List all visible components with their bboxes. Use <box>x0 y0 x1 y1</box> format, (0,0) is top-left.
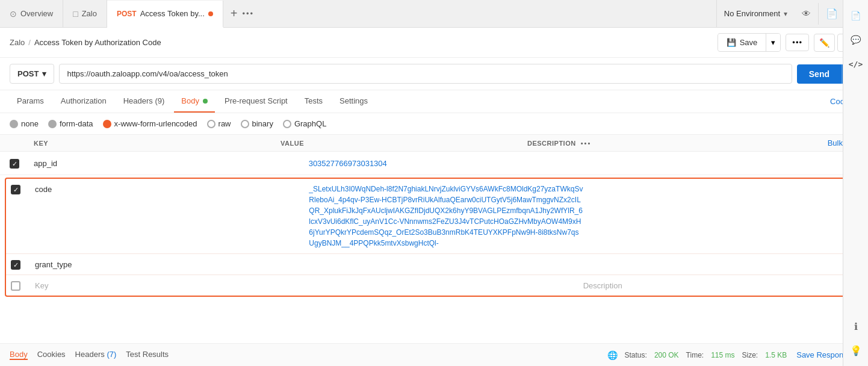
body-type-bar: none form-data x-www-form-urlencoded raw… <box>0 113 868 135</box>
tab-pre-request[interactable]: Pre-request Script <box>217 90 295 113</box>
response-tab-test-results[interactable]: Test Results <box>126 350 169 360</box>
highlighted-rows: ✓ code _SLetxULh3I0WqNDeh-l8f2N7ghiakLNr… <box>5 178 863 297</box>
right-sidebar: 📄 💬 </> ℹ 💡 <box>843 0 868 366</box>
right-sidebar-bulb-icon[interactable]: 💡 <box>845 340 867 361</box>
tab-tests[interactable]: Tests <box>297 90 330 113</box>
radio-urlencoded[interactable]: x-www-form-urlencoded <box>103 119 197 128</box>
radio-none-label: none <box>21 119 39 128</box>
body-dot <box>203 99 208 104</box>
tab-authorization[interactable]: Authorization <box>54 90 114 113</box>
params-table: KEY VALUE DESCRIPTION ••• Bulk Edit ✓ ap… <box>0 135 868 343</box>
radio-graphql-label: GraphQL <box>294 119 326 128</box>
right-sidebar-comment-icon[interactable]: 💬 <box>845 29 867 51</box>
status-info: 🌐 Status: 200 OK Time: 115 ms Size: 1.5 … <box>607 350 787 360</box>
breadcrumb-parent[interactable]: Zalo <box>10 38 25 47</box>
right-sidebar-info-icon[interactable]: ℹ <box>845 315 867 337</box>
row-checkbox-1[interactable]: ✓ <box>10 159 19 169</box>
file-panel-icon[interactable]: 📄 <box>821 3 843 25</box>
tab-post[interactable]: POST Access Token by... <box>107 1 223 28</box>
overview-icon: ⊙ <box>10 9 17 19</box>
table-row: ✓ code _SLetxULh3I0WqNDeh-l8f2N7ghiakLNr… <box>6 179 862 254</box>
cell-desc-2[interactable] <box>583 184 857 185</box>
env-eye-button[interactable]: 👁 <box>795 8 818 19</box>
radio-form-data[interactable]: form-data <box>48 119 93 128</box>
sub-tab-bar: Params Authorization Headers (9) Body Pr… <box>0 90 868 113</box>
table-row-new: Key Description <box>6 275 862 296</box>
breadcrumb: Zalo / Access Token by Authorization Cod… <box>10 38 161 47</box>
env-name-label: No Environment <box>724 9 780 18</box>
radio-binary[interactable]: binary <box>241 119 273 128</box>
radio-none[interactable]: none <box>10 119 39 128</box>
tab-method-label: POST <box>117 10 137 18</box>
toolbar-more-button[interactable]: ••• <box>786 34 809 51</box>
cell-value-1[interactable]: 303527766973031304 <box>309 158 584 168</box>
radio-raw-circle <box>207 120 215 128</box>
col-value-header: VALUE <box>281 140 527 147</box>
radio-form-data-circle <box>48 120 57 128</box>
environment-selector[interactable]: No Environment ▾ <box>716 0 795 27</box>
tab-zalo[interactable]: □ Zalo <box>63 0 107 27</box>
tab-body[interactable]: Body <box>174 90 215 113</box>
breadcrumb-bar: Zalo / Access Token by Authorization Cod… <box>0 28 868 58</box>
row-checkbox-2[interactable]: ✓ <box>11 185 20 194</box>
tab-settings[interactable]: Settings <box>332 90 375 113</box>
response-tabs: Body Cookies Headers (7) Test Results <box>10 350 169 360</box>
radio-urlencoded-label: x-www-form-urlencoded <box>114 119 197 128</box>
save-chevron-button[interactable]: ▾ <box>766 34 780 51</box>
cell-key-3[interactable]: grant_type <box>35 259 309 269</box>
status-value: 200 OK <box>654 351 679 359</box>
radio-raw-label: raw <box>219 119 231 128</box>
radio-raw[interactable]: raw <box>207 119 231 128</box>
breadcrumb-current: Access Token by Authorization Code <box>34 38 161 47</box>
time-label: Time: <box>686 351 704 359</box>
cell-key-1[interactable]: app_id <box>34 158 309 168</box>
save-icon: 💾 <box>727 38 736 47</box>
cell-key-4[interactable]: Key <box>35 280 309 290</box>
right-sidebar-code-icon[interactable]: </> <box>845 53 867 75</box>
edit-icon-button[interactable]: ✏️ <box>814 34 835 52</box>
unsaved-indicator <box>208 11 213 16</box>
radio-binary-label: binary <box>252 119 273 128</box>
tab-overview[interactable]: ⊙ Overview <box>0 0 63 27</box>
save-button-group: 💾 Save ▾ <box>718 33 781 52</box>
send-button[interactable]: Send <box>797 64 842 84</box>
size-value: 1.5 KB <box>765 351 787 359</box>
table-row: ✓ app_id 303527766973031304 <box>0 152 868 175</box>
globe-icon: 🌐 <box>607 350 618 360</box>
status-label: Status: <box>625 351 647 359</box>
collection-icon: □ <box>73 9 78 19</box>
cell-desc-4[interactable]: Description <box>583 280 857 290</box>
response-tab-cookies[interactable]: Cookies <box>37 350 66 360</box>
right-sidebar-file-icon[interactable]: 📄 <box>845 5 867 26</box>
save-label: Save <box>740 38 758 47</box>
breadcrumb-separator: / <box>28 38 31 47</box>
url-input[interactable] <box>59 64 792 84</box>
method-select[interactable]: POST ▾ <box>10 64 54 84</box>
method-chevron-icon: ▾ <box>42 69 46 78</box>
headers-count: (7) <box>107 350 116 359</box>
row-checkbox-4[interactable] <box>11 281 20 291</box>
cell-value-4[interactable] <box>309 280 583 281</box>
tab-params[interactable]: Params <box>10 90 51 113</box>
col-desc-header: DESCRIPTION ••• <box>527 140 774 147</box>
new-tab-button[interactable]: + <box>231 7 238 20</box>
radio-graphql[interactable]: GraphQL <box>283 119 326 128</box>
tab-headers[interactable]: Headers (9) <box>116 90 172 113</box>
cell-value-3[interactable] <box>309 259 583 260</box>
tab-overview-label: Overview <box>20 9 53 18</box>
column-more-icon[interactable]: ••• <box>581 140 592 147</box>
time-value: 115 ms <box>711 351 734 359</box>
tab-actions: + ••• <box>223 7 261 20</box>
tab-zalo-label: Zalo <box>82 9 97 18</box>
cell-desc-3[interactable] <box>583 259 857 260</box>
cell-value-2[interactable]: _SLetxULh3I0WqNDeh-l8f2N7ghiakLNrvjZuklv… <box>309 184 583 249</box>
cell-key-2[interactable]: code <box>35 184 309 194</box>
save-button[interactable]: 💾 Save <box>718 34 766 51</box>
tab-bar: ⊙ Overview □ Zalo POST Access Token by..… <box>0 0 868 28</box>
row-checkbox-3[interactable]: ✓ <box>11 260 20 270</box>
cell-desc-1[interactable] <box>583 158 858 159</box>
response-tab-headers[interactable]: Headers (7) <box>75 350 117 360</box>
table-body: ✓ app_id 303527766973031304 ✓ code _SLet… <box>0 152 868 343</box>
response-tab-body[interactable]: Body <box>10 350 28 360</box>
tab-more-button[interactable]: ••• <box>243 9 255 18</box>
